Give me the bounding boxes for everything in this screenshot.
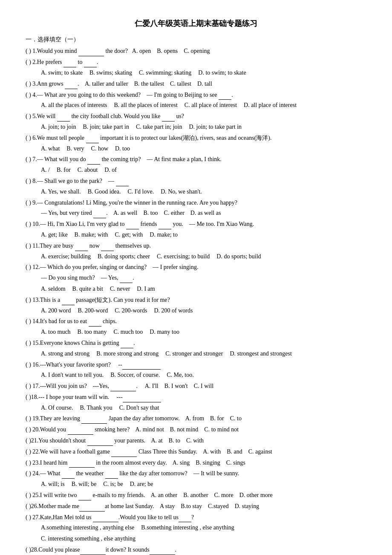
- q18-options: A. Of course. B. Thank you C. Don't say …: [26, 403, 366, 413]
- question-17: ( ) 17. ---Will you join us? ---Yes, . A…: [26, 381, 366, 391]
- question-7: ( ) 7. — What will you do the coming tri…: [26, 154, 366, 175]
- q5-options: A. join; to join B. join; take part in C…: [26, 122, 366, 132]
- question-27: ( ) 27. Kate,Han Mei told us .Would you …: [26, 512, 366, 544]
- question-28: ( )28. Could you pleaseit down? It sound…: [26, 545, 366, 555]
- question-21: ( )21. You shouldn't shout your parents.…: [26, 436, 366, 446]
- q8-options: A. Yes, we shall. B. Good idea. C. I'd l…: [26, 187, 366, 197]
- question-2: ( ) 2. He prefers to . A. swim; to skate…: [26, 57, 366, 78]
- question-19: ( ) 19. They are leaving Japan the day a…: [26, 413, 366, 424]
- q14-text: It's bad for us to eat chips.: [40, 316, 366, 327]
- q16-text: ---What's your favorite sport? --: [40, 360, 366, 370]
- question-13: ( ) 13. This is a passage(短文). Can you r…: [26, 295, 366, 316]
- q11-options: A. exercise; building B. doing sports; c…: [26, 251, 366, 262]
- q11-paren: ( ) 11.: [26, 241, 40, 251]
- q26-text: Mother made meat home last Sunday. A sta…: [38, 501, 366, 512]
- q20-paren: ( ) 20.: [26, 425, 40, 435]
- q24-text: — What the weather like the day after to…: [40, 468, 366, 479]
- question-12: ( ) 12. — Which do you prefer, singing o…: [26, 262, 366, 294]
- q6-text: We must tell people important it is to p…: [37, 133, 366, 143]
- q27-options2: C. interesting something , else anything: [26, 534, 366, 544]
- question-26: ( )26. Mother made meat home last Sunday…: [26, 501, 366, 512]
- q27-text: Kate,Han Mei told us .Would you like to …: [40, 512, 366, 523]
- q21-text: You shouldn't shout your parents. A. at …: [38, 436, 366, 446]
- q19-paren: ( ) 19.: [26, 413, 40, 424]
- q9-options: — Yes, but very tired . A. as well B. to…: [26, 208, 366, 218]
- q15-text: Everyone knows China is getting .: [40, 338, 366, 348]
- q12-paren: ( ) 12.: [26, 262, 40, 272]
- q25-text: I will write two e-mails to my friends. …: [40, 490, 366, 500]
- q5-paren: ( ) 5.: [26, 111, 37, 121]
- q7-options: A. / B. for C. about D. of: [26, 165, 366, 175]
- question-18: ( )18. --- I hope your team will win. --…: [26, 392, 366, 413]
- q2-options: A. swim; to skate B. swims; skating C. s…: [26, 68, 366, 78]
- q13-text: This is a passage(短文). Can you read it f…: [40, 295, 366, 305]
- question-14: ( ) 14. It's bad for us to eat chips. A.…: [26, 316, 366, 337]
- question-6: ( ) 6. We must tell people important it …: [26, 133, 366, 154]
- q18-paren: ( )18.: [26, 392, 38, 402]
- q9-paren: ( ) 9.: [26, 198, 37, 208]
- q6-options: A. what B. very C. how D. too: [26, 144, 366, 154]
- q27-paren: ( ) 27.: [26, 512, 40, 523]
- q4-options: A. all the places of interests B. all th…: [26, 100, 366, 110]
- q8-text: — Shall we go to the park? —: [37, 176, 366, 186]
- q15-options: A. strong and strong B. more strong and …: [26, 349, 366, 359]
- question-9: ( ) 9. — Congratulations! Li Ming, you'r…: [26, 198, 366, 219]
- question-20: ( ) 20. Would you smoking here? A. mind …: [26, 425, 366, 435]
- q12-options: A. seldom B. quite a bit C. never D. I a…: [26, 284, 366, 294]
- q26-paren: ( )26.: [26, 501, 38, 512]
- q16-options: A. I don't want to tell you. B. Soccer, …: [26, 370, 366, 380]
- q22-paren: ( ) 22.: [26, 447, 40, 457]
- q24-paren: ( ) 24.: [26, 468, 40, 479]
- q11-text: They are busy now themselves up.: [40, 241, 366, 251]
- q16-paren: ( ) 16.: [26, 360, 40, 370]
- q13-options: A. 200 word B. 200-word C. 200-words D. …: [26, 306, 366, 316]
- q6-paren: ( ) 6.: [26, 133, 37, 143]
- q8-paren: ( ) 8.: [26, 176, 37, 186]
- q23-text: I heard him in the room almost every day…: [40, 458, 366, 468]
- q10-text: — Hi, I'm Xiao Li, I'm very glad to frie…: [40, 219, 366, 229]
- q10-paren: ( ) 10.: [26, 219, 40, 229]
- q13-paren: ( ) 13.: [26, 295, 40, 305]
- q1-text: Would you mind the door? A. open B. open…: [37, 46, 366, 56]
- question-8: ( ) 8. — Shall we go to the park? — A. Y…: [26, 176, 366, 197]
- q7-paren: ( ) 7.: [26, 154, 37, 165]
- q9-text: — Congratulations! Li Ming, you're the w…: [37, 198, 366, 208]
- q25-paren: ( ) 25.: [26, 490, 40, 500]
- q12-sub: — Do you sing much? — Yes, .: [26, 273, 366, 283]
- q28-paren: ( )28.: [26, 545, 38, 555]
- question-10: ( ) 10. — Hi, I'm Xiao Li, I'm very glad…: [26, 219, 366, 240]
- page-title: 仁爱八年级英语上期末基础专题练习: [26, 17, 366, 30]
- q3-paren: ( ) 3.: [26, 79, 37, 89]
- q22-text: We will have a football game Class Three…: [40, 447, 366, 457]
- question-23: ( ) 23. I heard him in the room almost e…: [26, 458, 366, 468]
- question-3: ( ) 3. Ann grows . A. taller and taller …: [26, 79, 366, 89]
- q10-options: A. get; like B. make; with C. get; with …: [26, 230, 366, 240]
- q17-text: ---Will you join us? ---Yes, . A. I'll B…: [40, 381, 366, 391]
- q27-options1: A.something interesting , anything else …: [26, 523, 366, 533]
- q4-paren: ( ) 4.: [26, 90, 37, 100]
- q4-text: — What are you going to do this weekend?…: [37, 90, 366, 100]
- q28-text: Could you pleaseit down? It sounds.: [38, 545, 366, 555]
- q23-paren: ( ) 23.: [26, 458, 40, 468]
- question-11: ( ) 11. They are busy now themselves up.…: [26, 241, 366, 262]
- q15-paren: ( ) 15.: [26, 338, 40, 348]
- question-4: ( ) 4. — What are you going to do this w…: [26, 90, 366, 111]
- question-22: ( ) 22. We will have a football game Cla…: [26, 447, 366, 457]
- q19-text: They are leaving Japan the day after tom…: [40, 413, 366, 424]
- section-header: 一．选择填空（一）: [26, 35, 366, 45]
- question-5: ( ) 5. We will the city football club. W…: [26, 111, 366, 132]
- q14-options: A. too much B. too many C. much too D. m…: [26, 327, 366, 337]
- q3-text: Ann grows . A. taller and taller B. the …: [37, 79, 366, 89]
- question-1: ( ) 1. Would you mind the door? A. open …: [26, 46, 366, 56]
- q12-text: — Which do you prefer, singing or dancin…: [40, 262, 366, 272]
- q2-text: He prefers to .: [37, 57, 366, 67]
- q18-text: --- I hope your team will win. ---: [38, 392, 366, 402]
- q7-text: — What will you do the coming trip? — At…: [37, 154, 366, 165]
- q21-paren: ( )21.: [26, 436, 38, 446]
- question-24: ( ) 24. — What the weather like the day …: [26, 468, 366, 489]
- q20-text: Would you smoking here? A. mind not B. n…: [40, 425, 366, 435]
- q2-paren: ( ) 2.: [26, 57, 37, 67]
- q1-paren: ( ) 1.: [26, 46, 37, 56]
- question-15: ( ) 15. Everyone knows China is getting …: [26, 338, 366, 359]
- question-16: ( ) 16. ---What's your favorite sport? -…: [26, 360, 366, 381]
